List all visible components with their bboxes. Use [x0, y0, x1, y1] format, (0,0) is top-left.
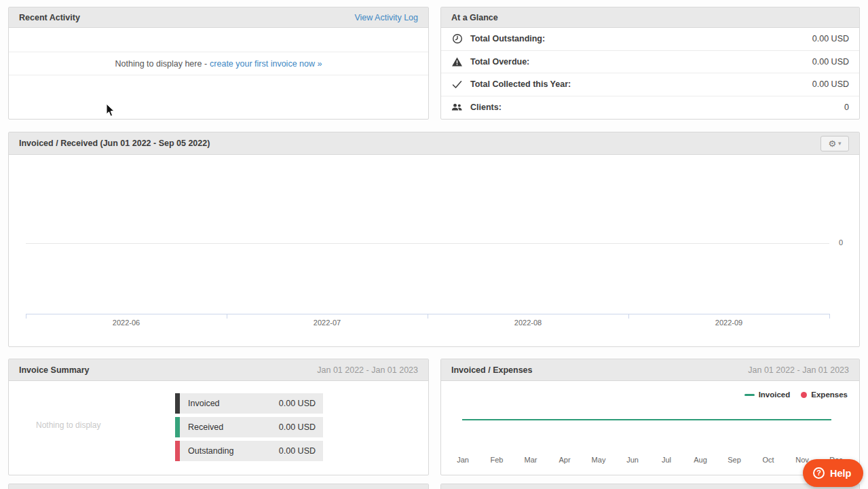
- legend-label: Invoiced: [759, 391, 791, 399]
- legend-item-expenses: Expenses: [801, 391, 848, 399]
- x-axis-label: 2022-06: [102, 319, 150, 327]
- glance-row-outstanding: Total Outstanding: 0.00 USD: [441, 28, 859, 51]
- invoice-summary-header: Invoice Summary Jan 01 2022 - Jan 01 202…: [9, 359, 428, 381]
- recent-activity-title: Recent Activity: [19, 13, 80, 22]
- invoiced-received-header: Invoiced / Received (Jun 01 2022 - Sep 0…: [9, 132, 859, 155]
- stat-bar-invoiced: Invoiced 0.00 USD: [175, 393, 323, 414]
- glance-value: 0.00 USD: [812, 79, 849, 89]
- month-label: Feb: [483, 456, 510, 464]
- recent-activity-panel: Recent Activity View Activity Log Nothin…: [8, 7, 429, 120]
- at-a-glance-body: Total Outstanding: 0.00 USD Total Overdu…: [441, 28, 859, 119]
- invoiced-received-panel: Invoiced / Received (Jun 01 2022 - Sep 0…: [8, 132, 860, 347]
- check-icon: [451, 79, 463, 90]
- month-label: Apr: [551, 456, 578, 464]
- glance-row-overdue: Total Overdue: 0.00 USD: [441, 51, 859, 74]
- legend-item-invoiced: Invoiced: [744, 391, 791, 399]
- stat-label: Received: [188, 422, 223, 432]
- chevron-down-icon: ▾: [838, 140, 842, 147]
- glance-value: 0.00 USD: [812, 34, 849, 43]
- recent-activity-header: Recent Activity View Activity Log: [9, 7, 428, 28]
- chart-legend: Invoiced Expenses: [744, 391, 848, 399]
- gear-icon: ⚙: [828, 139, 836, 149]
- partial-panel-left-header: [9, 484, 428, 489]
- x-axis-tick: [428, 314, 428, 319]
- glance-row-clients: Clients: 0: [441, 96, 859, 120]
- dashboard-page: { "recent_activity": { "title": "Recent …: [0, 0, 868, 489]
- month-label: Oct: [755, 456, 782, 464]
- x-axis-tick: [628, 314, 629, 319]
- x-axis-label: 2022-09: [705, 319, 753, 327]
- glance-label: Total Overdue:: [470, 57, 529, 67]
- y-axis-zero-label: 0: [839, 238, 843, 247]
- at-a-glance-panel: At a Glance Total Outstanding: 0.00 USD …: [440, 7, 860, 120]
- stat-value: 0.00 USD: [279, 446, 316, 456]
- pie-chart-empty-text: Nothing to display: [36, 420, 100, 430]
- stat-bar-outstanding: Outstanding 0.00 USD: [175, 441, 323, 461]
- line-swatch-icon: [744, 394, 755, 396]
- invoiced-color-strip: [175, 393, 180, 414]
- view-activity-log-link[interactable]: View Activity Log: [354, 13, 418, 22]
- clients-icon: [451, 102, 463, 113]
- invoiced-expenses-title: Invoiced / Expenses: [451, 365, 533, 375]
- invoiced-series-line: [462, 419, 831, 420]
- glance-label: Total Outstanding:: [470, 34, 545, 43]
- warning-icon: [451, 56, 463, 67]
- dot-swatch-icon: [801, 392, 807, 398]
- partial-panel-left: [8, 484, 429, 489]
- at-a-glance-title: At a Glance: [451, 13, 498, 22]
- glance-row-collected: Total Collected this Year: 0.00 USD: [441, 73, 859, 96]
- at-a-glance-header: At a Glance: [441, 7, 859, 28]
- invoiced-received-title: Invoiced / Received (Jun 01 2022 - Sep 0…: [19, 139, 210, 148]
- question-mark-icon: ?: [813, 467, 825, 479]
- outstanding-color-strip: [175, 441, 180, 461]
- clock-icon: [451, 33, 463, 45]
- create-first-invoice-link[interactable]: create your first invoice now »: [210, 59, 322, 69]
- x-axis-tick: [26, 314, 26, 319]
- x-axis-tick: [829, 314, 830, 319]
- month-label: Mar: [517, 456, 544, 464]
- stat-value: 0.00 USD: [279, 422, 316, 432]
- x-axis-label: 2022-07: [303, 319, 351, 327]
- invoiced-expenses-chart: Invoiced Expenses Jan Feb Mar Apr May Ju…: [441, 381, 859, 475]
- activity-empty-row: [9, 28, 428, 52]
- zero-gridline: [26, 243, 829, 244]
- invoice-summary-date-range: Jan 01 2022 - Jan 01 2023: [317, 365, 418, 375]
- glance-label: Clients:: [470, 103, 502, 112]
- x-axis-label: 2022-08: [504, 319, 552, 327]
- month-label: Sep: [721, 456, 748, 464]
- month-label: Jul: [653, 456, 680, 464]
- help-button-label: Help: [830, 468, 851, 479]
- invoice-summary-panel: Invoice Summary Jan 01 2022 - Jan 01 202…: [8, 359, 429, 475]
- invoice-summary-stats: Invoiced 0.00 USD Received 0.00 USD Outs…: [175, 393, 323, 465]
- invoiced-expenses-date-range: Jan 01 2022 - Jan 01 2023: [748, 365, 849, 375]
- help-button[interactable]: ? Help: [803, 459, 863, 487]
- month-label: Jan: [449, 456, 476, 464]
- invoice-summary-title: Invoice Summary: [19, 365, 90, 375]
- glance-value: 0: [844, 103, 849, 112]
- stat-label: Outstanding: [188, 446, 233, 456]
- month-label: Jun: [619, 456, 646, 464]
- chart-settings-button[interactable]: ⚙ ▾: [820, 136, 849, 151]
- invoiced-received-chart: 0 2022-06 2022-07 2022-08 2022-09: [9, 155, 859, 346]
- activity-empty-message-row: Nothing to display here - create your fi…: [9, 52, 428, 75]
- stat-value: 0.00 USD: [279, 399, 316, 408]
- invoiced-expenses-header: Invoiced / Expenses Jan 01 2022 - Jan 01…: [441, 359, 859, 381]
- partial-panel-right: [440, 484, 860, 489]
- legend-label: Expenses: [811, 391, 848, 399]
- received-color-strip: [175, 417, 180, 437]
- invoiced-expenses-panel: Invoiced / Expenses Jan 01 2022 - Jan 01…: [440, 359, 860, 475]
- partial-panel-right-header: [441, 484, 859, 489]
- glance-value: 0.00 USD: [812, 57, 849, 67]
- glance-label: Total Collected this Year:: [470, 79, 571, 89]
- x-axis-tick: [227, 314, 227, 319]
- recent-activity-body: Nothing to display here - create your fi…: [9, 28, 428, 75]
- empty-message-text: Nothing to display here -: [115, 59, 208, 69]
- month-label: May: [585, 456, 612, 464]
- stat-bar-received: Received 0.00 USD: [175, 417, 323, 437]
- month-label: Aug: [687, 456, 714, 464]
- stat-label: Invoiced: [188, 399, 220, 408]
